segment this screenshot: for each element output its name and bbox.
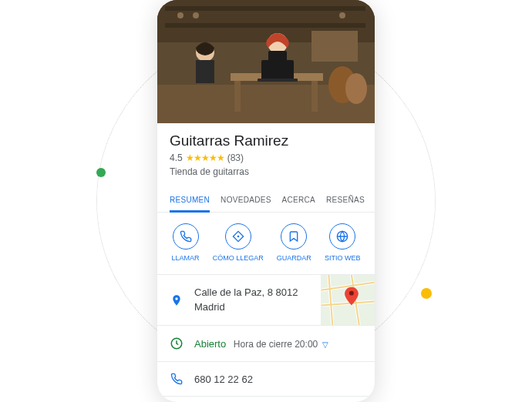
business-header: Guitarras Ramirez 4.5 ★★★★★ (83) Tienda … [157, 123, 375, 185]
hours-text: Abierto Hora de cierre 20:00 ▽ [194, 338, 328, 350]
globe-icon [329, 223, 355, 250]
website-label: SITIO WEB [325, 254, 361, 262]
stars-icon: ★★★★★ [186, 152, 224, 163]
phone-row[interactable]: 680 12 22 62 [157, 362, 375, 397]
svg-point-19 [345, 73, 367, 104]
clock-icon [170, 337, 184, 350]
tab-resumen[interactable]: RESUMEN [170, 189, 210, 213]
phone-frame: Guitarras Ramirez 4.5 ★★★★★ (83) Tienda … [157, 0, 375, 402]
open-status: Abierto [194, 338, 226, 350]
directions-label: CÓMO LLEGAR [213, 254, 264, 262]
decorative-dot-yellow [421, 288, 432, 299]
hours-row[interactable]: Abierto Hora de cierre 20:00 ▽ [157, 326, 375, 362]
svg-rect-8 [311, 31, 358, 62]
call-button[interactable]: LLAMAR [172, 223, 200, 262]
directions-icon [225, 223, 251, 250]
svg-point-7 [339, 12, 345, 18]
address-line1: Calle de la Paz, 8 8012 [194, 286, 298, 300]
address-row[interactable]: Calle de la Paz, 8 8012 Madrid [157, 275, 375, 326]
decorative-dot-green [96, 168, 106, 177]
rating-row[interactable]: 4.5 ★★★★★ (83) [170, 152, 362, 163]
address-line2: Madrid [194, 300, 298, 314]
svg-rect-3 [165, 6, 365, 11]
svg-rect-13 [258, 79, 298, 82]
map-thumbnail[interactable] [321, 275, 375, 325]
tab-acerca[interactable]: ACERCA [282, 189, 315, 212]
closing-time: Hora de cierre 20:00 [234, 339, 318, 350]
phone-icon [173, 223, 199, 250]
business-name: Guitarras Ramirez [170, 132, 362, 149]
tab-resenas[interactable]: RESEÑAS [326, 189, 365, 212]
svg-rect-17 [268, 51, 287, 62]
review-count: (83) [227, 152, 244, 163]
action-bar: LLAMAR CÓMO LLEGAR GUARDAR SITIO WEB [157, 213, 375, 275]
svg-rect-4 [165, 23, 365, 28]
svg-rect-15 [196, 60, 214, 83]
svg-rect-12 [261, 60, 294, 80]
svg-point-21 [237, 236, 239, 238]
rating-value: 4.5 [170, 152, 183, 163]
call-label: LLAMAR [172, 254, 200, 262]
phone-number: 680 12 22 62 [194, 374, 253, 385]
phone-icon [170, 373, 184, 385]
chevron-down-icon: ▽ [322, 340, 328, 349]
address-text: Calle de la Paz, 8 8012 Madrid [194, 286, 298, 313]
svg-rect-10 [234, 81, 241, 112]
svg-point-25 [349, 291, 354, 296]
website-button[interactable]: SITIO WEB [325, 223, 361, 262]
directions-button[interactable]: CÓMO LLEGAR [213, 223, 264, 262]
svg-point-5 [177, 12, 184, 18]
tabs: RESUMEN NOVEDADES ACERCA RESEÑAS FOT [157, 189, 375, 213]
hero-image[interactable] [157, 0, 375, 123]
svg-point-6 [193, 12, 199, 18]
save-button[interactable]: GUARDAR [277, 223, 311, 262]
svg-rect-11 [311, 81, 318, 112]
tab-novedades[interactable]: NOVEDADES [221, 189, 271, 212]
bookmark-icon [281, 223, 307, 250]
save-label: GUARDAR [277, 254, 311, 262]
location-pin-icon [170, 293, 184, 308]
business-category: Tienda de guitarras [170, 166, 362, 177]
